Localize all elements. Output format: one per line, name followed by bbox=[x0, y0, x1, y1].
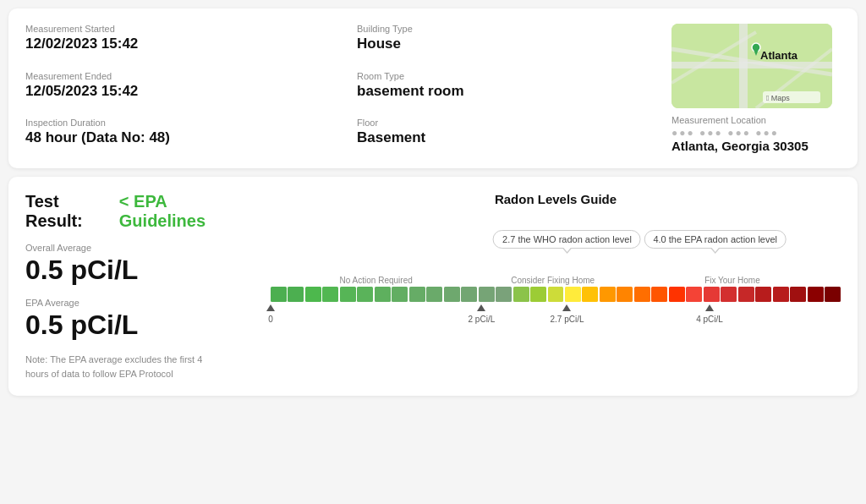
info-grid: Measurement Started 12/02/2023 15:42 Bui… bbox=[25, 24, 655, 153]
bar-segment bbox=[669, 287, 685, 302]
overall-avg-value: 0.5 pCi/L bbox=[25, 255, 245, 286]
measurement-started: Measurement Started 12/02/2023 15:42 bbox=[25, 24, 323, 59]
section-fix-label: Fix Your Home bbox=[624, 276, 841, 285]
overall-avg-label: Overall Average bbox=[25, 243, 245, 253]
measurement-ended-label: Measurement Ended bbox=[25, 71, 323, 81]
building-type: Building Type House bbox=[357, 24, 655, 59]
bar-segment bbox=[738, 287, 754, 302]
bar-segment bbox=[600, 287, 616, 302]
bar-segment bbox=[634, 287, 650, 302]
room-type: Room Type basement room bbox=[357, 71, 655, 107]
bar-segment bbox=[392, 287, 408, 302]
radon-guide: Radon Levels Guide 2.7 the WHO radon act… bbox=[271, 192, 841, 328]
bar-segment bbox=[479, 287, 495, 302]
epa-callout: 4.0 the EPA radon action level bbox=[644, 230, 787, 249]
bar-segment bbox=[357, 287, 373, 302]
bar-segment bbox=[617, 287, 633, 302]
bar-segment bbox=[548, 287, 564, 302]
top-card: Measurement Started 12/02/2023 15:42 Bui… bbox=[8, 8, 858, 168]
result-column: Test Result: < EPA Guidelines Overall Av… bbox=[25, 192, 245, 381]
guide-wrapper: 2.7 the WHO radon action level 4.0 the E… bbox=[271, 230, 841, 328]
bar-segment bbox=[808, 287, 824, 302]
color-bars bbox=[271, 287, 841, 302]
epa-avg-value: 0.5 pCi/L bbox=[25, 310, 245, 341]
map-location-column: Atlanta  Maps Measurement Location ●●● … bbox=[671, 24, 841, 153]
who-callout: 2.7 the WHO radon action level bbox=[493, 230, 641, 249]
bar-segment bbox=[375, 287, 391, 302]
inspection-duration-label: Inspection Duration bbox=[25, 118, 323, 128]
bar-segment bbox=[773, 287, 789, 302]
room-type-value: basement room bbox=[357, 83, 655, 100]
test-result-label: Test Result: bbox=[25, 192, 112, 231]
svg-text: Maps:  Maps bbox=[766, 94, 790, 102]
measurement-ended: Measurement Ended 12/05/2023 15:42 bbox=[25, 71, 323, 107]
bar-segment bbox=[271, 287, 287, 302]
bar-segment bbox=[530, 287, 546, 302]
epa-avg-label: EPA Average bbox=[25, 298, 245, 308]
measurement-location-dots: ●●● ●●● ●●● ●●● bbox=[671, 127, 779, 139]
section-no-action-label: No Action Required bbox=[271, 276, 481, 285]
bar-segment bbox=[755, 287, 771, 302]
section-consider-label: Consider Fixing Home bbox=[481, 276, 624, 285]
inspection-duration-value: 48 hour (Data No: 48) bbox=[25, 129, 323, 146]
marker-2 bbox=[477, 304, 485, 311]
bar-segment bbox=[565, 287, 581, 302]
floor: Floor Basement bbox=[357, 118, 655, 153]
bar-segment bbox=[582, 287, 598, 302]
floor-value: Basement bbox=[357, 129, 655, 146]
measurement-started-label: Measurement Started bbox=[25, 24, 323, 34]
guide-title: Radon Levels Guide bbox=[271, 192, 841, 206]
marker-27 bbox=[562, 304, 571, 311]
measurement-location-label: Measurement Location bbox=[671, 115, 766, 125]
bar-segment bbox=[426, 287, 442, 302]
inspection-duration: Inspection Duration 48 hour (Data No: 48… bbox=[25, 118, 323, 153]
marker-4 bbox=[705, 304, 714, 311]
measurement-location-city: Atlanta, Georgia 30305 bbox=[671, 139, 808, 153]
bar-segment bbox=[513, 287, 529, 302]
floor-label: Floor bbox=[357, 118, 655, 128]
bar-segment bbox=[496, 287, 512, 302]
test-result-value: < EPA Guidelines bbox=[119, 192, 245, 231]
bar-segment bbox=[651, 287, 667, 302]
tick-27: 2.7 pCi/L bbox=[550, 315, 584, 324]
bar-segment bbox=[444, 287, 460, 302]
bar-segment bbox=[322, 287, 338, 302]
bar-segment bbox=[409, 287, 425, 302]
test-result-row: Test Result: < EPA Guidelines bbox=[25, 192, 245, 231]
building-type-value: House bbox=[357, 36, 655, 52]
bar-segment bbox=[461, 287, 477, 302]
epa-note: Note: The EPA average excludes the first… bbox=[25, 353, 211, 381]
bar-segment bbox=[704, 287, 720, 302]
measurement-started-value: 12/02/2023 15:42 bbox=[25, 36, 323, 52]
map-thumbnail: Atlanta  Maps bbox=[671, 24, 832, 108]
tick-labels: 0 2 pCi/L 2.7 pCi/L 4 pCi/L bbox=[271, 315, 841, 328]
building-type-label: Building Type bbox=[357, 24, 655, 34]
measurement-ended-value: 12/05/2023 15:42 bbox=[25, 83, 323, 100]
tick-4: 4 pCi/L bbox=[696, 315, 723, 324]
bar-segment bbox=[686, 287, 702, 302]
markers-row bbox=[271, 304, 841, 315]
bottom-card: Test Result: < EPA Guidelines Overall Av… bbox=[8, 177, 858, 396]
bar-segment bbox=[825, 287, 841, 302]
bar-segment bbox=[790, 287, 806, 302]
room-type-label: Room Type bbox=[357, 71, 655, 81]
svg-text:Atlanta: Atlanta bbox=[760, 49, 798, 62]
bar-segment bbox=[721, 287, 737, 302]
bar-segment bbox=[288, 287, 304, 302]
tick-0: 0 bbox=[268, 315, 273, 324]
tick-2: 2 pCi/L bbox=[469, 315, 496, 324]
bar-segment bbox=[340, 287, 356, 302]
marker-0 bbox=[266, 304, 275, 311]
bar-segment bbox=[305, 287, 321, 302]
